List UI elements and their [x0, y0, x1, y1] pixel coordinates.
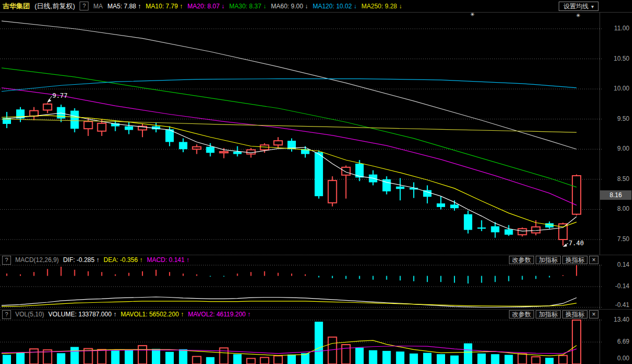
change-params-button[interactable]: 改参数: [509, 256, 534, 264]
annotation-arrows: [47, 96, 568, 247]
volume-bar-down: [152, 349, 160, 364]
candle-down: [464, 214, 472, 230]
candle-down: [179, 142, 187, 149]
volume-bar-down: [369, 350, 377, 364]
axis-tick: -0.14: [602, 282, 629, 290]
axis-tick: 0.14: [602, 261, 629, 268]
candle-down: [396, 187, 404, 189]
candle-up: [531, 227, 540, 233]
ma120-line: [2, 79, 576, 92]
macd-panel-header: ? MACD(12,26,9) DIF: -0.285 ↑DEA: -0.356…: [0, 255, 632, 265]
add-indicator-button[interactable]: 加指标: [536, 256, 561, 264]
volume-bar-down: [16, 353, 25, 364]
help-icon[interactable]: ?: [80, 2, 88, 10]
candle-down: [315, 152, 323, 196]
volume-bar-up: [572, 320, 581, 364]
volume-bar-down: [111, 350, 119, 364]
macd-values-row: DIF: -0.285 ↑DEA: -0.356 ↑MACD: 0.141 ↑: [63, 256, 189, 264]
volume-bar-down: [165, 352, 174, 364]
top-bar: 吉华集团 (日线,前复权) ? MA MA5: 7.88 ↑MA10: 7.79…: [0, 0, 632, 13]
volume-bar-up: [138, 346, 147, 364]
volume-bar-down: [409, 354, 418, 364]
volume-bar-down: [505, 355, 513, 364]
candle-down: [437, 203, 445, 207]
candle-down: [505, 229, 513, 234]
axis-tick: 11.00: [602, 25, 629, 32]
candle-up: [518, 229, 526, 235]
volume-bar-down: [478, 354, 486, 364]
volume-bar-down: [125, 349, 133, 364]
macd-button-group: 改参数加指标换指标×: [509, 256, 598, 264]
axis-tick: 10.00: [602, 85, 629, 92]
ma-value-3: MA20: 8.07 ↓: [187, 3, 225, 10]
ma-value-6: MA120: 10.02 ↓: [313, 3, 357, 10]
candle-up: [274, 141, 282, 145]
stock-chart-app: 吉华集团 (日线,前复权) ? MA MA5: 7.88 ↑MA10: 7.79…: [0, 0, 632, 364]
candle-up: [193, 147, 201, 150]
change-params-button[interactable]: 改参数: [509, 310, 534, 318]
axis-tick: 8.50: [602, 175, 629, 183]
candle-up: [247, 150, 255, 154]
help-icon[interactable]: ?: [2, 310, 11, 319]
volume-bar-up: [518, 354, 526, 364]
volume-bar-down: [382, 351, 391, 364]
candle-down: [491, 226, 500, 233]
vol-value-1: VOLUME: 133787.000 ↑: [48, 311, 116, 318]
axis-tick: 0.00: [602, 355, 629, 362]
axis-tick: 7.50: [602, 235, 629, 243]
ma-value-2: MA10: 7.79 ↑: [146, 3, 183, 10]
switch-indicator-button[interactable]: 换指标: [562, 310, 587, 318]
vol-value-3: MAVOL2: 46119.200 ↑: [188, 311, 251, 318]
volume-bar-up: [342, 345, 350, 364]
axis-tick: 9.50: [602, 115, 629, 122]
macd-panel: [2, 265, 576, 308]
gridlines: [0, 29, 603, 342]
volume-bar-down: [423, 353, 431, 364]
candle-up: [342, 167, 350, 175]
volume-bar-down: [356, 348, 364, 364]
ex-rights-icon: ✳: [576, 13, 580, 18]
vol-values-row: VOLUME: 133787.000 ↑MAVOL1: 56502.200 ↑M…: [48, 311, 250, 318]
ma-value-1: MA5: 7.88 ↑: [107, 3, 141, 10]
macd-value-3: MACD: 0.141 ↑: [147, 256, 189, 264]
volume-bar-up: [30, 349, 38, 364]
axis-tick: 13.40: [602, 316, 629, 323]
candle-up: [30, 111, 38, 116]
arrow-icon: [47, 99, 51, 103]
volume-bar-down: [71, 347, 79, 364]
macd-value-2: DEA: -0.356 ↑: [104, 256, 143, 264]
candle-down: [450, 204, 459, 208]
add-indicator-button[interactable]: 加指标: [536, 310, 561, 318]
volume-bar-up: [274, 356, 282, 364]
close-indicator-button[interactable]: ×: [589, 310, 598, 318]
volume-bar-up: [97, 349, 106, 364]
ma-settings-label: 设置均线: [563, 3, 589, 10]
low-price-annotation: 7.40: [569, 240, 584, 247]
ma-value-7: MA250: 9.28 ↓: [361, 3, 402, 10]
candle-down: [233, 152, 241, 154]
vol-value-2: MAVOL1: 56502.200 ↑: [120, 311, 184, 318]
volume-bar-down: [233, 354, 241, 364]
volume-bar-down: [464, 343, 472, 364]
indicator-name-vol: VOL(5,10): [15, 311, 44, 318]
candle-down: [478, 228, 486, 229]
close-indicator-button[interactable]: ×: [589, 256, 598, 264]
volume-bar-down: [3, 355, 11, 364]
volume-bar-down: [491, 354, 500, 364]
candle-down: [125, 127, 133, 130]
vol-button-group: 改参数加指标换指标×: [509, 310, 598, 318]
help-icon[interactable]: ?: [2, 256, 11, 265]
volume-bar-up: [220, 348, 228, 364]
vol-panel-header: ? VOL(5,10) VOLUME: 133787.000 ↑MAVOL1: …: [0, 309, 632, 319]
axis-tick: 10.50: [602, 55, 629, 62]
ma-values-row: MA5: 7.88 ↑MA10: 7.79 ↑MA20: 8.07 ↓MA30:…: [107, 3, 402, 10]
candle-up: [572, 176, 581, 214]
volume-bar-down: [450, 356, 459, 364]
volume-bar-down: [545, 358, 553, 364]
volume-bar-up: [193, 357, 201, 364]
ma-label: MA: [93, 3, 103, 10]
switch-indicator-button[interactable]: 换指标: [562, 256, 587, 264]
ma-settings-button[interactable]: 设置均线▾: [559, 2, 598, 11]
axis-tick: 8.00: [602, 205, 629, 212]
volume-bar-up: [531, 357, 540, 364]
